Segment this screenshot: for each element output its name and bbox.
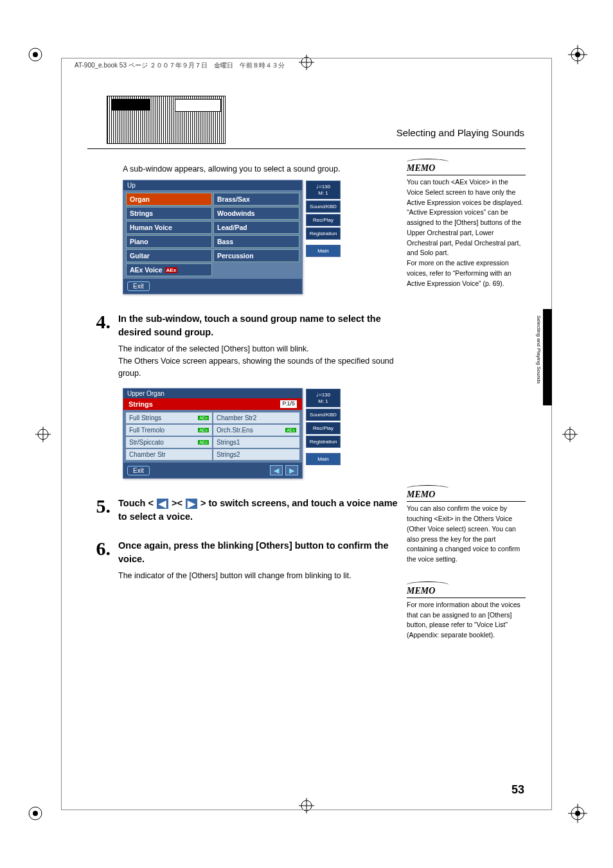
memo-label: MEMO	[407, 584, 526, 598]
svg-point-7	[33, 811, 38, 816]
group-name: Strings	[129, 400, 153, 408]
step-4: 4. In the sub-window, touch a sound grou…	[87, 312, 402, 379]
aex-badge-icon: AEx	[198, 416, 209, 420]
step-text: The Others Voice screen appears, showing…	[118, 355, 402, 380]
voice-cell[interactable]: Orch.Str.EnsAEx	[213, 425, 299, 436]
exit-button[interactable]: Exit	[127, 281, 150, 291]
doc-meta: AT-900_e.book 53 ページ ２００７年９月７日 金曜日 午前８時４…	[75, 61, 285, 70]
section-title: Selecting and Playing Sounds	[396, 127, 524, 138]
sound-kbd-button[interactable]: Sound/KBD	[306, 409, 341, 421]
aex-badge-icon: AEx	[165, 267, 178, 273]
tempo-indicator: ♩=130M: 1	[306, 181, 341, 199]
sound-group-cell[interactable]: Strings	[126, 207, 212, 220]
sound-group-cell[interactable]: Human Voice	[126, 221, 212, 234]
sound-group-cell[interactable]: Percussion	[213, 249, 299, 262]
aex-badge-icon: AEx	[198, 440, 209, 445]
crop-mark-icon	[26, 45, 45, 64]
voice-cell[interactable]: Full TremoloAEx	[126, 425, 212, 436]
tempo-indicator: ♩=130M: 1	[306, 389, 341, 407]
voice-cell[interactable]: Full StringsAEx	[126, 412, 212, 423]
registration-button[interactable]: Registration	[306, 227, 341, 240]
step-6: 6. Once again, press the blinking [Other…	[87, 539, 402, 582]
crop-mark-icon	[568, 45, 587, 64]
step-heading: Touch < ◀ >< ▶ > to switch screens, and …	[118, 497, 402, 524]
memo-label: MEMO	[407, 488, 526, 502]
sound-group-cell[interactable]: Bass	[213, 235, 299, 248]
sound-kbd-button[interactable]: Sound/KBD	[306, 200, 341, 213]
sound-group-cell[interactable]: Lead/Pad	[213, 221, 299, 234]
memo-text: You can touch <AEx Voice> in the Voice S…	[407, 177, 526, 288]
aex-badge-icon: AEx	[285, 428, 296, 432]
step-number: 5.	[87, 497, 111, 527]
next-page-button[interactable]: ▶	[285, 465, 298, 475]
step-heading: In the sub-window, touch a sound group n…	[118, 312, 402, 339]
step-text: The indicator of the selected [Others] b…	[118, 343, 402, 355]
exit-button[interactable]: Exit	[127, 466, 150, 475]
sound-group-cell[interactable]: Brass/Sax	[213, 193, 299, 206]
voice-cell[interactable]: Strings1	[213, 437, 299, 448]
svg-point-1	[33, 52, 38, 57]
registration-button[interactable]: Registration	[306, 436, 341, 448]
sound-group-cell[interactable]: Woodwinds	[213, 207, 299, 220]
voice-cell[interactable]: Chamber Str	[126, 449, 212, 460]
voice-cell[interactable]: Str/SpiccatoAEx	[126, 437, 212, 448]
memo-1: MEMO You can touch <AEx Voice> in the Vo…	[407, 161, 526, 288]
rec-play-button[interactable]: Rec/Play	[306, 422, 341, 434]
right-arrow-icon: ▶	[186, 499, 197, 509]
window-title: Up	[123, 181, 302, 190]
page-number: 53	[511, 783, 524, 797]
voice-cell[interactable]: Chamber Str2	[213, 412, 299, 423]
register-mark-icon	[562, 427, 578, 442]
rec-play-button[interactable]: Rec/Play	[306, 214, 341, 226]
memo-3: MEMO For more information about the voic…	[407, 584, 526, 641]
sound-group-cell[interactable]: Piano	[126, 235, 212, 248]
voice-screen-screenshot: Upper Organ Strings P.1/5 Full StringsAE…	[123, 388, 303, 479]
register-mark-icon	[35, 427, 51, 442]
memo-2: MEMO You can also confirm the voice by t…	[407, 488, 526, 565]
step-text: The indicator of the [Others] button wil…	[118, 570, 402, 582]
keyboard-diagram	[107, 96, 226, 144]
thumb-tab-label: Selecting and Playing Sounds	[536, 315, 542, 384]
header-rule	[87, 148, 526, 149]
page-indicator: P.1/5	[280, 400, 297, 408]
step-5: 5. Touch < ◀ >< ▶ > to switch screens, a…	[87, 497, 402, 527]
voice-cell[interactable]: Strings2	[213, 449, 299, 460]
intro-text: A sub-window appears, allowing you to se…	[123, 164, 402, 173]
sound-group-cell[interactable]: AEx VoiceAEx	[126, 263, 212, 276]
crop-mark-icon	[568, 804, 587, 823]
thumb-tab	[543, 309, 552, 405]
memo-text: You can also confirm the voice by touchi…	[407, 504, 526, 565]
crop-mark-icon	[26, 804, 45, 823]
step-number: 4.	[87, 312, 111, 379]
main-button[interactable]: Main	[306, 245, 341, 257]
prev-page-button[interactable]: ◀	[270, 465, 283, 475]
window-title: Upper Organ	[123, 389, 302, 398]
aex-badge-icon: AEx	[198, 428, 209, 432]
main-button[interactable]: Main	[306, 453, 341, 465]
page-frame: AT-900_e.book 53 ページ ２００７年９月７日 金曜日 午前８時４…	[61, 58, 552, 810]
subwindow-screenshot: Up OrganBrass/SaxStringsWoodwindsHuman V…	[123, 180, 303, 294]
step-number: 6.	[87, 539, 111, 582]
left-arrow-icon: ◀	[157, 499, 168, 509]
sound-group-cell[interactable]: Guitar	[126, 249, 212, 262]
step-heading: Once again, press the blinking [Others] …	[118, 539, 402, 566]
sound-group-cell[interactable]: Organ	[126, 193, 212, 206]
memo-label: MEMO	[407, 161, 526, 175]
memo-text: For more information about the voices th…	[407, 600, 526, 641]
